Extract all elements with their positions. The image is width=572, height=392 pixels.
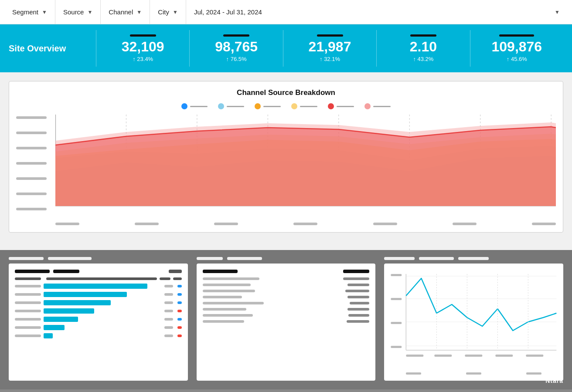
c2-val-6 — [348, 314, 369, 317]
metric-value-3: 2.10 — [410, 39, 437, 54]
c2-label-7 — [203, 320, 244, 323]
bar-3 — [44, 308, 94, 314]
legend-item-0 — [181, 103, 208, 109]
card-row-5 — [15, 325, 182, 330]
bar-2 — [44, 300, 111, 305]
main-area: Channel Source Breakdown — [0, 72, 572, 250]
metric-4: 109,876 ↑ 45.6% — [470, 30, 563, 66]
bottom-card-3 — [384, 264, 563, 381]
y-label-6 — [16, 116, 47, 119]
bar-6 — [44, 333, 53, 338]
card2-row-2 — [203, 290, 370, 292]
area-pink — [55, 122, 556, 206]
bottom-card-top-labels — [9, 257, 563, 260]
svg-rect-9 — [391, 274, 402, 276]
source-chevron: ▼ — [87, 9, 92, 15]
card3-line — [406, 278, 557, 331]
metric-change-3: ↑ 43.2% — [413, 56, 433, 62]
y-label-1 — [16, 193, 47, 195]
city-filter[interactable]: City ▼ — [150, 0, 186, 24]
card-row-6 — [15, 333, 182, 338]
legend-item-1 — [218, 103, 244, 109]
filter-bar: Segment ▼ Source ▼ Channel ▼ City ▼ Jul,… — [0, 0, 572, 24]
svg-rect-24 — [435, 355, 452, 357]
card1-h3 — [169, 270, 182, 273]
row-val-5 — [164, 326, 173, 329]
svg-rect-25 — [465, 355, 483, 357]
area-chart-svg — [55, 115, 556, 219]
segment-filter[interactable]: Segment ▼ — [4, 0, 55, 24]
row-val-0 — [164, 285, 173, 287]
c2-val-7 — [347, 320, 369, 323]
bottom-section: Ntara — [0, 250, 572, 389]
y-label-5 — [16, 132, 47, 134]
legend-dot-4 — [328, 103, 334, 109]
bar-5 — [44, 325, 65, 330]
bottom-card-2 — [197, 264, 376, 381]
date-chevron: ▼ — [555, 9, 560, 15]
card1-h1 — [15, 270, 50, 273]
y-label-0 — [16, 208, 47, 210]
card2-row-5 — [203, 308, 370, 311]
segment-chevron: ▼ — [42, 9, 47, 15]
site-overview: Site Overview 32,109 ↑ 23.4% 98,765 ↑ 76… — [0, 24, 572, 72]
card1-top-label-2 — [48, 257, 92, 260]
brand-label: Ntara — [545, 377, 563, 384]
metric-value-4: 109,876 — [491, 39, 542, 54]
metric-indicator-2 — [317, 34, 343, 37]
c2-label-4 — [203, 302, 264, 304]
c2-label-2 — [203, 290, 255, 292]
x-label-4 — [373, 223, 397, 225]
bar-container-3 — [44, 308, 159, 314]
card2-row-1 — [203, 284, 370, 286]
metric-indicator-4 — [499, 34, 534, 37]
card1-top-labels — [9, 257, 188, 260]
metric-change-1: ↑ 76.5% — [226, 56, 247, 62]
card3-top-label-3 — [458, 257, 489, 260]
c2-val-3 — [347, 296, 369, 298]
row-change-4 — [177, 318, 182, 321]
legend-dot-0 — [181, 103, 187, 109]
card2-row-3 — [203, 296, 370, 298]
y-label-3 — [16, 162, 47, 165]
row-change-0 — [177, 285, 182, 287]
x-label-5 — [453, 223, 477, 225]
date-filter[interactable]: Jul, 2024 - Jul 31, 2024 ▼ — [186, 0, 568, 24]
c2-label-0 — [203, 277, 259, 280]
bar-container-1 — [44, 292, 159, 297]
x-label-2 — [214, 223, 238, 225]
chart-body — [16, 115, 556, 225]
card-row-2 — [15, 300, 182, 305]
c2-val-0 — [343, 277, 369, 280]
x-label-3 — [293, 223, 317, 225]
bottom-card-1 — [9, 264, 188, 381]
svg-rect-27 — [526, 355, 544, 357]
c2-label-5 — [203, 308, 246, 311]
metric-2: 21,987 ↑ 32.1% — [283, 30, 376, 66]
c3-xl-2 — [526, 372, 541, 375]
legend-line-2 — [263, 106, 281, 107]
legend-item-2 — [255, 103, 281, 109]
bar-4 — [44, 317, 78, 322]
row-change-5 — [177, 326, 182, 329]
bar-label-5 — [15, 326, 41, 329]
legend-line-5 — [373, 106, 391, 107]
legend-dot-5 — [364, 103, 371, 109]
metric-value-2: 21,987 — [309, 39, 351, 54]
card3-top-labels — [384, 257, 563, 260]
bar-label-2 — [15, 301, 41, 304]
channel-filter[interactable]: Channel ▼ — [101, 0, 150, 24]
source-filter[interactable]: Source ▼ — [55, 0, 101, 24]
c2-val-1 — [347, 284, 369, 286]
legend-item-3 — [291, 103, 317, 109]
card2-row-0 — [203, 277, 370, 280]
card2-row-6 — [203, 314, 370, 317]
svg-rect-26 — [496, 355, 513, 357]
svg-rect-10 — [391, 298, 402, 300]
row-val-1 — [164, 293, 173, 296]
date-range-label: Jul, 2024 - Jul 31, 2024 — [194, 8, 262, 16]
segment-label: Segment — [12, 8, 38, 16]
metric-indicator-3 — [410, 34, 436, 37]
card2-header — [203, 270, 370, 273]
card-row-4 — [15, 317, 182, 322]
